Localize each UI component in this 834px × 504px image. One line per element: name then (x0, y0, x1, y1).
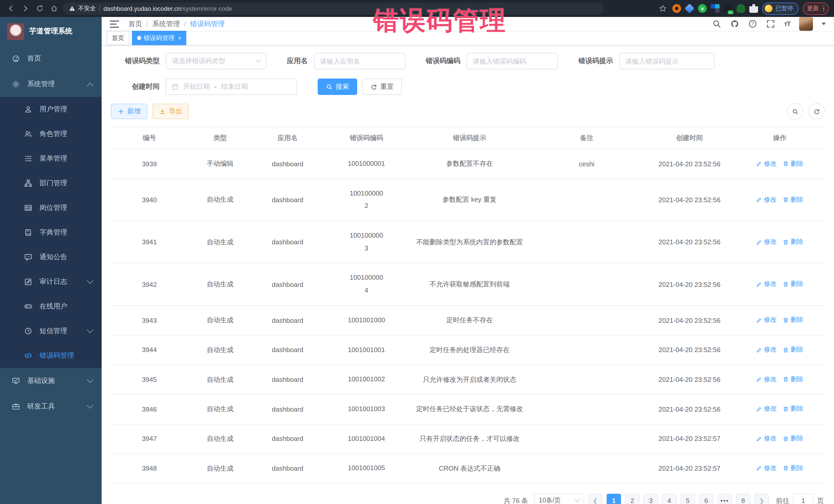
edit-link[interactable]: 修改 (756, 434, 777, 443)
error-code-input[interactable] (466, 53, 558, 69)
delete-link[interactable]: 删除 (783, 345, 804, 354)
font-size-icon[interactable]: тT (784, 20, 790, 28)
tab-active[interactable]: 错误码管理× (132, 31, 186, 45)
extension-icon[interactable] (711, 4, 720, 13)
profile-paused-badge[interactable]: 已暂停 (762, 2, 798, 15)
breadcrumb-item[interactable]: 首页 (128, 19, 142, 28)
sidebar-item-home[interactable]: 首页 (0, 46, 102, 71)
row-id: 3947 (111, 424, 188, 454)
fullscreen-icon[interactable] (766, 19, 775, 28)
delete-link[interactable]: 删除 (783, 316, 804, 325)
sidebar-item-post[interactable]: 岗位管理 (0, 196, 102, 220)
goto-label: 前往 (776, 496, 789, 504)
hamburger-icon[interactable] (110, 20, 119, 27)
back-icon[interactable] (5, 3, 17, 14)
sidebar-item-online-user[interactable]: 在线用户 (0, 294, 102, 319)
sidebar-item-error-code[interactable]: 错误码管理 (0, 343, 102, 368)
delete-link[interactable]: 删除 (783, 405, 804, 413)
reset-button[interactable]: 重置 (363, 79, 402, 95)
edit-link[interactable]: 修改 (756, 405, 777, 413)
user-avatar[interactable] (799, 17, 813, 31)
breadcrumb-item[interactable]: 错误码管理 (190, 19, 225, 28)
extension-icon[interactable] (685, 4, 695, 13)
delete-link[interactable]: 删除 (783, 375, 804, 384)
address-bar[interactable]: 不安全 dashboard.yudao.iocoder.cn/system/er… (63, 2, 603, 15)
page-button-3[interactable]: 3 (643, 494, 658, 504)
show-search-button[interactable] (787, 103, 803, 119)
sidebar-item-menu[interactable]: 菜单管理 (0, 146, 102, 171)
tab-label: 首页 (112, 34, 124, 42)
edit-link[interactable]: 修改 (756, 345, 777, 354)
extension-icon[interactable] (672, 4, 681, 13)
browser-menu-icon[interactable] (823, 6, 824, 12)
search-icon[interactable] (712, 19, 721, 28)
sidebar-item-dept[interactable]: 部门管理 (0, 171, 102, 196)
breadcrumb-item[interactable]: 系统管理 (152, 19, 180, 28)
home-icon[interactable] (48, 3, 60, 14)
page-button-2[interactable]: 2 (625, 494, 639, 504)
active-tab-dot (137, 36, 141, 40)
extensions-puzzle-icon[interactable] (749, 4, 758, 13)
page-button-1[interactable]: 1 (607, 494, 621, 504)
reload-icon[interactable] (34, 3, 45, 14)
sidebar-item-user[interactable]: 用户管理 (0, 97, 102, 122)
delete-link[interactable]: 删除 (783, 434, 804, 443)
page-button-5[interactable]: 5 (681, 494, 695, 504)
tab-inactive[interactable]: 首页 (107, 31, 129, 45)
close-icon[interactable]: × (178, 35, 181, 41)
edit-link[interactable]: 修改 (756, 195, 777, 204)
delete-link[interactable]: 删除 (783, 280, 804, 289)
forward-icon[interactable] (20, 3, 31, 14)
chevron-down-icon[interactable] (822, 23, 826, 25)
edit-link[interactable]: 修改 (756, 375, 777, 384)
sidebar-item-role[interactable]: 角色管理 (0, 122, 102, 146)
refresh-button[interactable] (808, 103, 825, 119)
row-app: dashboard (252, 149, 323, 179)
bookmark-star-icon[interactable] (657, 3, 668, 14)
page-button-6[interactable]: 6 (699, 494, 714, 504)
error-type-select[interactable]: 请选择错误码类型 (166, 53, 266, 69)
sidebar-item-infra[interactable]: 基础设施 (0, 368, 102, 394)
edit-link[interactable]: 修改 (756, 316, 777, 325)
extension-icon[interactable] (737, 4, 745, 13)
security-warning[interactable]: 不安全 (69, 5, 96, 12)
sidebar-item-dev-tools[interactable]: 研发工具 (0, 394, 102, 419)
create-time-range-picker[interactable]: 开始日期 - 结束日期 (166, 79, 297, 95)
delete-link[interactable]: 删除 (783, 159, 804, 168)
edit-link[interactable]: 修改 (756, 280, 777, 289)
page-size-select[interactable]: 10条/页 (534, 494, 584, 504)
prev-page-button[interactable]: ❮ (588, 494, 602, 504)
next-page-button[interactable]: ❯ (754, 494, 769, 504)
github-icon[interactable] (730, 19, 739, 28)
extension-icon[interactable]: v (698, 4, 707, 13)
delete-link[interactable]: 删除 (783, 238, 804, 246)
edit-link[interactable]: 修改 (756, 159, 777, 168)
goto-page-input[interactable] (793, 494, 813, 504)
app-logo-row[interactable]: 芋道管理系统 (0, 17, 102, 46)
edit-link[interactable]: 修改 (756, 464, 777, 473)
row-type: 自动生成 (188, 365, 252, 394)
delete-link[interactable]: 删除 (783, 195, 804, 204)
sidebar-item-system[interactable]: 系统管理 (0, 71, 102, 97)
search-button[interactable]: 搜索 (318, 79, 357, 95)
delete-link[interactable]: 删除 (783, 464, 804, 473)
edit-link[interactable]: 修改 (756, 238, 777, 246)
sidebar-item-sms[interactable]: 短信管理 (0, 319, 102, 343)
search-form-row-2: 创建时间 开始日期 - 结束日期 搜索 重置 (111, 79, 825, 95)
sidebar-item-notice[interactable]: 通知公告 (0, 245, 102, 269)
extension-icon[interactable] (724, 4, 732, 13)
error-msg-input[interactable] (619, 53, 714, 69)
page-button-4[interactable]: 4 (662, 494, 676, 504)
app-name-input[interactable] (314, 53, 405, 69)
more-pages-icon[interactable]: ••• (718, 494, 732, 504)
row-actions: 修改删除 (735, 335, 825, 365)
sidebar-item-audit-log[interactable]: 审计日志 (0, 269, 102, 294)
add-button[interactable]: 新增 (111, 104, 147, 119)
table-row: 3941自动生成dashboard100100000 3不能删除类型为系统内置的… (111, 221, 825, 263)
help-icon[interactable]: ? (748, 19, 757, 28)
sidebar-item-dict[interactable]: 字典管理 (0, 220, 102, 245)
browser-update-button[interactable]: 更新 (803, 2, 829, 15)
page-button-8[interactable]: 8 (736, 494, 750, 504)
export-button[interactable]: 导出 (152, 104, 189, 119)
row-type: 自动生成 (188, 263, 252, 306)
